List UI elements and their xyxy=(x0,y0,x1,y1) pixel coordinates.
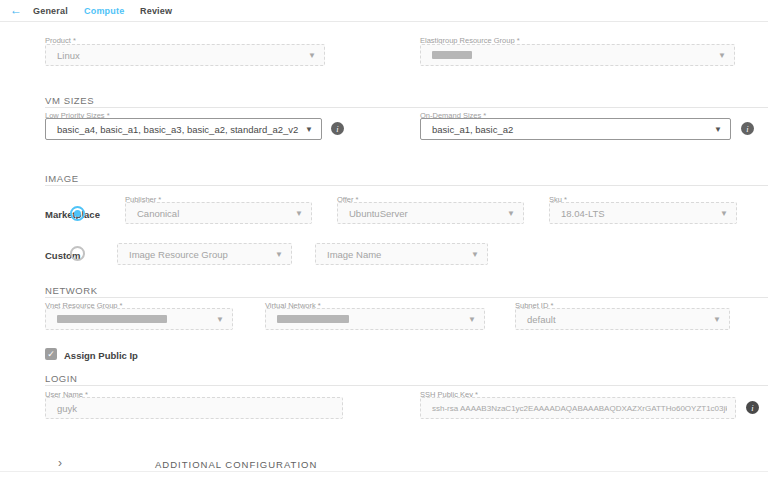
low-priority-sizes-value: basic_a4, basic_a1, basic_a3, basic_a2, … xyxy=(57,124,298,135)
additional-configuration-expander[interactable] xyxy=(0,452,768,472)
user-name-value: guyk xyxy=(57,403,77,414)
virtual-network-select[interactable]: ▼ xyxy=(265,308,485,330)
section-divider xyxy=(45,185,768,186)
section-divider xyxy=(45,297,768,298)
info-icon[interactable]: i xyxy=(741,122,754,135)
chevron-down-icon: ▼ xyxy=(708,125,722,134)
additional-configuration-label: ADDITIONAL CONFIGURATION xyxy=(155,459,317,470)
image-name-select[interactable]: Image Name ▼ xyxy=(315,243,488,265)
redacted-value xyxy=(57,315,167,323)
subnet-id-select[interactable]: default ▼ xyxy=(515,308,730,330)
chevron-down-icon: ▼ xyxy=(289,209,303,218)
section-divider xyxy=(45,107,768,108)
back-arrow-icon[interactable]: ← xyxy=(10,3,22,17)
chevron-down-icon: ▼ xyxy=(299,125,313,134)
marketplace-radio[interactable] xyxy=(70,206,85,221)
info-icon[interactable]: i xyxy=(746,401,759,414)
product-value: Linux xyxy=(57,50,80,61)
chevron-down-icon: ▼ xyxy=(712,51,726,60)
image-resource-group-placeholder: Image Resource Group xyxy=(129,249,228,260)
ssh-public-key-input[interactable]: ssh-rsa AAAAB3NzaC1yc2EAAAADAQABAAABAQDX… xyxy=(420,397,736,419)
product-select[interactable]: Linux ▼ xyxy=(45,44,325,66)
tab-compute[interactable]: Compute xyxy=(84,6,124,16)
bottom-divider xyxy=(0,471,768,472)
offer-value: UbuntuServer xyxy=(349,208,408,219)
redacted-value xyxy=(432,51,472,59)
chevron-down-icon: ▼ xyxy=(465,250,479,259)
chevron-down-icon: ▼ xyxy=(501,209,515,218)
offer-select[interactable]: UbuntuServer ▼ xyxy=(337,202,524,224)
subnet-id-value: default xyxy=(527,314,556,325)
assign-public-ip-checkbox[interactable]: ✓ xyxy=(45,348,57,360)
image-resource-group-select[interactable]: Image Resource Group ▼ xyxy=(117,243,292,265)
sku-select[interactable]: 18.04-LTS ▼ xyxy=(549,202,737,224)
chevron-down-icon: ▼ xyxy=(707,315,721,324)
redacted-value xyxy=(277,315,349,323)
chevron-right-icon[interactable]: › xyxy=(58,456,62,470)
tab-review[interactable]: Review xyxy=(140,6,172,16)
section-title-network: NETWORK xyxy=(45,285,98,296)
section-title-login: LOGIN xyxy=(45,373,78,384)
tab-general[interactable]: General xyxy=(33,6,68,16)
user-name-input[interactable]: guyk xyxy=(45,397,343,419)
wizard-page: ← General Compute Review Product * Linux… xyxy=(0,0,768,483)
radio-dot xyxy=(74,210,81,217)
on-demand-sizes-value: basic_a1, basic_a2 xyxy=(432,124,513,135)
section-title-vm-sizes: VM SIZES xyxy=(45,95,94,106)
ssh-public-key-value: ssh-rsa AAAAB3NzaC1yc2EAAAADAQABAAABAQDX… xyxy=(432,404,727,413)
publisher-select[interactable]: Canonical ▼ xyxy=(125,202,312,224)
wizard-tab-bar: ← General Compute Review xyxy=(0,0,768,22)
chevron-down-icon: ▼ xyxy=(210,315,224,324)
publisher-value: Canonical xyxy=(137,208,179,219)
image-name-placeholder: Image Name xyxy=(327,249,381,260)
section-title-image: IMAGE xyxy=(45,173,79,184)
elastigroup-resource-group-select[interactable]: ▼ xyxy=(420,44,735,66)
chevron-down-icon: ▼ xyxy=(302,51,316,60)
vnet-resource-group-select[interactable]: ▼ xyxy=(45,308,233,330)
chevron-down-icon: ▼ xyxy=(269,250,283,259)
section-divider xyxy=(45,385,768,386)
on-demand-sizes-select[interactable]: basic_a1, basic_a2 ▼ xyxy=(420,118,731,140)
custom-radio[interactable] xyxy=(70,246,85,261)
chevron-down-icon: ▼ xyxy=(714,209,728,218)
assign-public-ip-label: Assign Public Ip xyxy=(64,350,138,361)
sku-value: 18.04-LTS xyxy=(561,208,605,219)
info-icon[interactable]: i xyxy=(331,122,344,135)
chevron-down-icon: ▼ xyxy=(462,315,476,324)
low-priority-sizes-select[interactable]: basic_a4, basic_a1, basic_a3, basic_a2, … xyxy=(45,118,322,140)
